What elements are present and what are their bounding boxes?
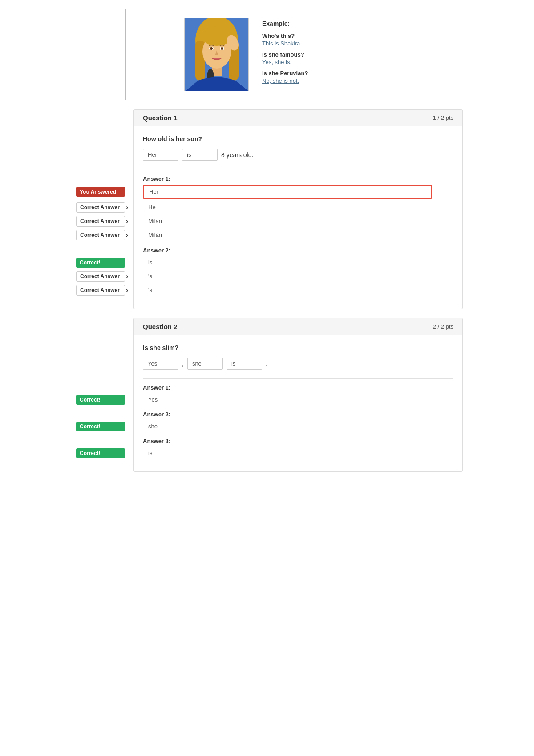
correct-value-q2a1-0: Yes bbox=[143, 394, 158, 406]
example-answer-1: Yes, she is. bbox=[262, 59, 467, 65]
question-1-answer-section-1: Answer 2: Correct! is Correct Answer 's bbox=[143, 247, 453, 296]
correct-answer-value-2: Milán bbox=[143, 229, 162, 241]
correct-answer-row-0: Correct Answer He bbox=[143, 201, 453, 213]
question-2-card: Question 2 2 / 2 pts Is she slim? Yes , … bbox=[134, 318, 463, 472]
blank-2-comma: , bbox=[182, 360, 184, 367]
question-1-title: Question 1 bbox=[143, 114, 178, 122]
question-2-answer-label-2: Answer 3: bbox=[143, 438, 453, 444]
correct-badge-q2a2-0: Correct! bbox=[76, 422, 125, 431]
example-qa-2: Is she Peruvian? No, she is not. bbox=[262, 70, 467, 84]
question-2-blanks: Yes , she is . bbox=[143, 358, 453, 370]
correct-answer-value-q1a2-2: 's bbox=[143, 284, 152, 296]
correct-answer-value-0: He bbox=[143, 201, 156, 213]
question-1-answer-label-1: Answer 2: bbox=[143, 247, 453, 254]
blank-1-2: is bbox=[182, 149, 218, 161]
you-answered-value: Her bbox=[143, 185, 432, 199]
example-question-0: Who's this? bbox=[262, 33, 467, 39]
correct-answer-row-2: Correct Answer Milán bbox=[143, 229, 453, 241]
correct-value-q1a2-0: is bbox=[143, 256, 152, 268]
example-qa-1: Is she famous? Yes, she is. bbox=[262, 51, 467, 65]
question-2-header: Question 2 2 / 2 pts bbox=[134, 318, 462, 335]
correct-badge-q2a3-0: Correct! bbox=[76, 448, 125, 458]
correct-row-q1a2-0: Correct! is bbox=[143, 256, 453, 268]
you-answered-badge: You Answered bbox=[76, 187, 125, 197]
correct-row-q2a3-0: Correct! is bbox=[143, 447, 453, 459]
example-answer-2: No, she is not. bbox=[262, 77, 467, 84]
question-2-prompt: Is she slim? bbox=[143, 344, 453, 351]
example-image bbox=[184, 18, 249, 91]
correct-answer-badge-2: Correct Answer bbox=[76, 230, 125, 240]
question-2-answer-section-0: Answer 1: Correct! Yes bbox=[143, 384, 453, 406]
question-1-pts: 1 / 2 pts bbox=[433, 114, 453, 121]
correct-answer-value-q1a2-1: 's bbox=[143, 270, 152, 282]
correct-answer-badge-q1a2-2: Correct Answer bbox=[76, 285, 125, 296]
answer-row-you-answered: You Answered Her bbox=[143, 185, 453, 199]
blank-1-1: Her bbox=[143, 149, 178, 161]
question-2-pts: 2 / 2 pts bbox=[433, 323, 453, 330]
correct-answer-row-1: Correct Answer Milan bbox=[143, 215, 453, 227]
blank-1-3: 8 years old. bbox=[221, 151, 253, 159]
question-1-answer-label-0: Answer 1: bbox=[143, 175, 453, 182]
page-wrapper: Example: Who's this? This is Shakira. Is… bbox=[67, 0, 467, 508]
correct-badge-q1a2-0: Correct! bbox=[76, 258, 125, 268]
correct-value-q2a3-0: is bbox=[143, 447, 152, 459]
blank-2-2: she bbox=[187, 358, 223, 370]
svg-point-8 bbox=[210, 47, 213, 50]
question-2-answer-section-1: Answer 2: Correct! she bbox=[143, 411, 453, 432]
question-1-answer-section-0: Answer 1: You Answered Her Correct Answe… bbox=[143, 175, 453, 241]
blank-2-3: is bbox=[227, 358, 262, 370]
example-qa-0: Who's this? This is Shakira. bbox=[262, 33, 467, 47]
question-2-title: Question 2 bbox=[143, 323, 178, 330]
question-2-answer-section-2: Answer 3: Correct! is bbox=[143, 438, 453, 459]
question-2-body: Is she slim? Yes , she is . Answer 1: Co… bbox=[134, 335, 462, 471]
question-1-blanks: Her is 8 years old. bbox=[143, 149, 453, 161]
svg-point-10 bbox=[221, 47, 223, 50]
question-1-card: Question 1 1 / 2 pts How old is her son?… bbox=[134, 109, 463, 309]
example-label: Example: bbox=[262, 20, 467, 27]
example-text-block: Example: Who's this? This is Shakira. Is… bbox=[262, 18, 467, 91]
question-1-body: How old is her son? Her is 8 years old. … bbox=[134, 126, 462, 309]
example-question-1: Is she famous? bbox=[262, 51, 467, 58]
question-2-answer-label-0: Answer 1: bbox=[143, 384, 453, 391]
example-answer-0: This is Shakira. bbox=[262, 40, 467, 47]
correct-answer-badge-q1a2-1: Correct Answer bbox=[76, 271, 125, 282]
correct-row-q2a1-0: Correct! Yes bbox=[143, 394, 453, 406]
correct-answer-row-q1a2-1: Correct Answer 's bbox=[143, 270, 453, 282]
correct-answer-row-q1a2-2: Correct Answer 's bbox=[143, 284, 453, 296]
correct-answer-badge-0: Correct Answer bbox=[76, 202, 125, 213]
question-2-answer-label-1: Answer 2: bbox=[143, 411, 453, 418]
correct-answer-badge-1: Correct Answer bbox=[76, 216, 125, 227]
correct-badge-q2a1-0: Correct! bbox=[76, 395, 125, 405]
correct-value-q2a2-0: she bbox=[143, 420, 158, 432]
blank-2-1: Yes bbox=[143, 358, 178, 370]
correct-answer-value-1: Milan bbox=[143, 215, 162, 227]
example-question-2: Is she Peruvian? bbox=[262, 70, 467, 77]
question-1-header: Question 1 1 / 2 pts bbox=[134, 110, 462, 126]
question-1-prompt: How old is her son? bbox=[143, 135, 453, 142]
correct-row-q2a2-0: Correct! she bbox=[143, 420, 453, 432]
blank-2-period: . bbox=[266, 360, 267, 367]
